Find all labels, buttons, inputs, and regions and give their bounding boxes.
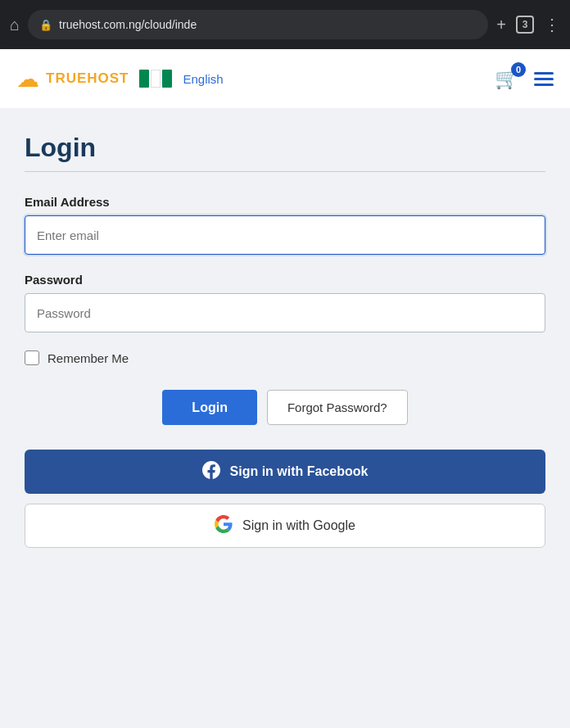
page-title: Login: [25, 133, 545, 163]
remember-label: Remember Me: [48, 351, 129, 365]
address-text: truehost.com.ng/cloud/inde: [59, 18, 197, 31]
cloud-icon: ☁: [16, 66, 39, 93]
remember-checkbox[interactable]: [25, 350, 39, 365]
email-label: Email Address: [25, 195, 545, 209]
menu-dots-icon[interactable]: ⋮: [544, 15, 560, 34]
login-button[interactable]: Login: [162, 390, 257, 425]
title-divider: [25, 171, 545, 172]
cart-badge: 0: [511, 62, 526, 77]
browser-actions: + 3 ⋮: [496, 15, 560, 34]
main-content: Login Email Address Password Remember Me…: [0, 108, 570, 581]
password-form-group: Password: [25, 273, 545, 332]
google-button-label: Sign in with Google: [242, 518, 355, 533]
cart-container[interactable]: 🛒 0: [495, 67, 519, 90]
logo-area: ☁ TRUEHOST English: [16, 66, 483, 93]
social-buttons: Sign in with Facebook Sign in with Googl…: [25, 450, 545, 548]
flag-green-left: [139, 70, 149, 88]
email-form-group: Email Address: [25, 195, 545, 255]
forgot-password-button[interactable]: Forgot Password?: [267, 390, 408, 425]
site-header: ☁ TRUEHOST English 🛒 0: [0, 49, 570, 108]
logo-text: TRUEHOST: [46, 70, 129, 87]
facebook-icon: [202, 461, 220, 483]
google-icon: [215, 515, 233, 537]
password-label: Password: [25, 273, 545, 287]
password-input[interactable]: [25, 293, 545, 332]
language-label[interactable]: English: [183, 72, 224, 86]
tab-count[interactable]: 3: [516, 16, 534, 34]
email-input[interactable]: [25, 215, 545, 255]
hamburger-menu-icon[interactable]: [534, 72, 554, 86]
address-bar[interactable]: 🔒 truehost.com.ng/cloud/inde: [28, 10, 488, 39]
flag-white-center: [151, 70, 161, 88]
remember-row: Remember Me: [25, 350, 545, 365]
google-signin-button[interactable]: Sign in with Google: [25, 504, 545, 548]
facebook-signin-button[interactable]: Sign in with Facebook: [25, 450, 545, 494]
header-right: 🛒 0: [495, 67, 554, 90]
button-row: Login Forgot Password?: [25, 390, 545, 425]
facebook-button-label: Sign in with Facebook: [230, 464, 369, 479]
lock-icon: 🔒: [39, 19, 52, 31]
new-tab-icon[interactable]: +: [496, 16, 506, 34]
flag-green-right: [162, 70, 172, 88]
nigeria-flag: [139, 70, 172, 88]
home-icon[interactable]: ⌂: [10, 16, 20, 34]
browser-chrome: ⌂ 🔒 truehost.com.ng/cloud/inde + 3 ⋮: [0, 0, 570, 49]
